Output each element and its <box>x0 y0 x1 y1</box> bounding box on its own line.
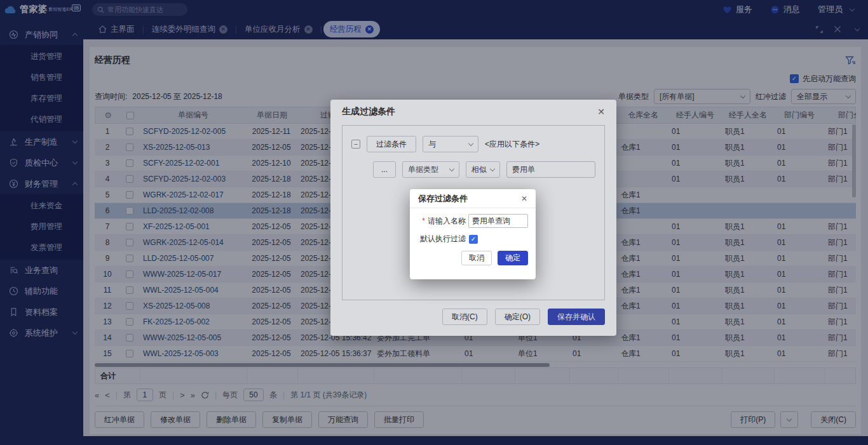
name-label: 请输入名称 <box>428 216 466 227</box>
save-ok-button[interactable]: 确定 <box>498 251 528 265</box>
required-asterisk: * <box>422 216 425 225</box>
save-modal-title: 保存过滤条件 <box>418 193 468 204</box>
filter-name-input[interactable] <box>468 214 528 228</box>
save-cancel-button[interactable]: 取消 <box>461 251 492 265</box>
close-icon[interactable]: ✕ <box>521 194 527 203</box>
app-window: 管家婆 辉煌智造ERP 05 服务 消息 管理员 产销协同进货管理销售管理库存管 <box>0 0 868 445</box>
default-filter-checkbox[interactable]: ✓ <box>469 235 478 244</box>
save-filter-modal: 保存过滤条件 ✕ * 请输入名称 默认执行过滤 ✓ 取消 确定 <box>410 189 536 279</box>
default-filter-label: 默认执行过滤 <box>420 234 466 244</box>
